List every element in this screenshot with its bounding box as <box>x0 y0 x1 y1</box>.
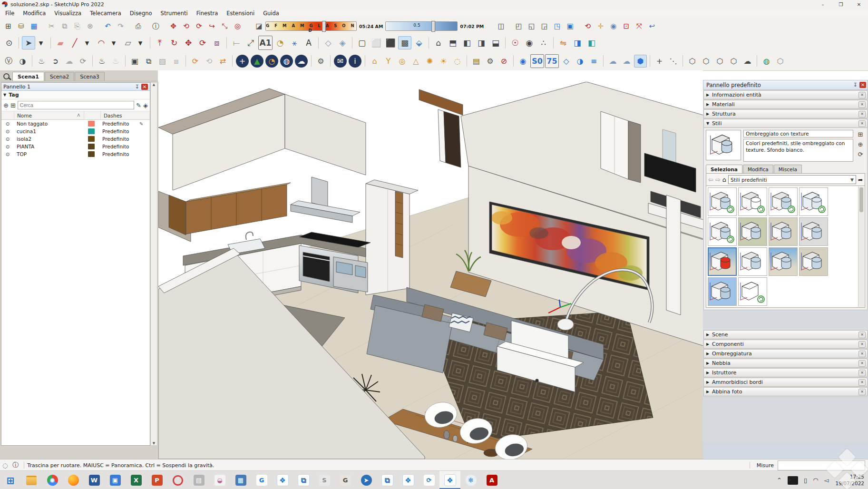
model-info-tool[interactable]: ⓘ <box>150 20 162 32</box>
add-tag-folder-icon[interactable]: ⊞ <box>10 102 16 109</box>
menu-file[interactable]: File <box>1 9 19 18</box>
panel-section-ombreggiatura[interactable]: ▶Ombreggiatura✕ <box>703 349 868 358</box>
section-plane-tool[interactable]: ◰ <box>513 20 525 32</box>
vray-teapot-tool[interactable]: ♨ <box>96 55 108 68</box>
minimize-button[interactable]: – <box>814 0 832 9</box>
plus-small-tool[interactable]: + <box>653 55 666 68</box>
paste-tool[interactable]: ⎘ <box>71 20 83 32</box>
vray-render-cloud-tool[interactable]: ☁ <box>63 55 76 68</box>
visibility-eye-icon[interactable]: ⊙ <box>1 152 14 157</box>
panel-section-stili[interactable]: ▼ Stili ✕ <box>703 119 868 128</box>
taskbar-calculator[interactable]: ▦ <box>230 471 251 489</box>
flip-blue-tool[interactable]: ◨ <box>571 36 584 49</box>
menu-finestra[interactable]: Finestra <box>192 9 223 18</box>
style-thumbnail-14[interactable] <box>738 277 767 306</box>
details-button[interactable]: ➦ <box>858 176 863 183</box>
section-close-icon[interactable]: ✕ <box>858 351 866 357</box>
taskbar-paint[interactable]: ◒ <box>209 471 230 489</box>
back-edges-style-tool[interactable]: ◈ <box>336 36 349 49</box>
menu-disegno[interactable]: Disegno <box>126 9 156 18</box>
tray-console-icon[interactable]: >_ <box>788 476 798 485</box>
menu-telecamera[interactable]: Telecamera <box>86 9 126 18</box>
visibility-eye-icon[interactable]: ⊙ <box>1 129 14 134</box>
vray-lock-tool[interactable]: ⧈ <box>170 55 183 68</box>
tag-dashes-value[interactable]: Predefinito <box>99 121 139 127</box>
taskbar-sketchup-active[interactable]: ❖ <box>439 471 460 489</box>
zoom-select-tool[interactable]: ⊙ <box>2 36 16 49</box>
taskbar-style-builder[interactable]: S <box>314 471 335 489</box>
section-display-tool[interactable]: ◫ <box>495 20 507 32</box>
donut-tool[interactable]: ◌ <box>451 55 464 68</box>
visibility-eye-icon[interactable]: ⊙ <box>1 121 14 127</box>
style-thumbnail-6[interactable] <box>738 217 767 246</box>
flip-teal-tool[interactable]: ◧ <box>585 36 598 49</box>
select-tool[interactable]: ➤ <box>22 36 35 49</box>
offset-red-tool[interactable]: ◎ <box>232 20 244 32</box>
dashes-column-header[interactable]: Dashes <box>101 113 150 118</box>
line-dropdown-tool[interactable]: ▾ <box>80 36 94 49</box>
vray-teapot-dim-tool[interactable]: ♨ <box>109 55 122 68</box>
hidden-line-style-tool[interactable]: ⬜ <box>370 36 383 49</box>
panel-section-struttura[interactable]: ▶Struttura✕ <box>703 109 868 118</box>
taskbar-vray-tray[interactable]: ✻ <box>460 471 481 489</box>
zoom-window-tool[interactable]: ⊡ <box>620 20 632 32</box>
search-model-icon[interactable] <box>0 71 12 81</box>
arc-tool[interactable]: ◠ <box>95 36 108 49</box>
close-red-tool[interactable]: ⊘ <box>497 55 510 68</box>
save-tool[interactable]: ▦ <box>28 20 40 32</box>
render-house-tool[interactable]: ⌂ <box>368 55 381 68</box>
tape-measure-tool[interactable]: ⟝ <box>230 36 243 49</box>
thumbnail-scrollbar[interactable] <box>858 186 864 307</box>
dots-tool[interactable]: ⋱ <box>667 55 680 68</box>
right-tray-close-button[interactable]: ✕ <box>859 82 866 88</box>
taskbar-photos[interactable]: ▣ <box>105 471 126 489</box>
section-close-icon[interactable]: ✕ <box>858 379 866 386</box>
section-close-icon[interactable]: ✕ <box>858 341 866 348</box>
shaded-textures-style-tool[interactable]: ▩ <box>398 36 411 49</box>
measurements-input[interactable] <box>778 460 865 470</box>
glass-tool[interactable]: Y <box>382 55 395 68</box>
taskbar-app-g[interactable]: G <box>251 471 272 489</box>
style-thumbnail-2[interactable] <box>738 187 767 216</box>
look-around-tool[interactable]: ◉ <box>523 36 536 49</box>
menu-strumenti[interactable]: Strumenti <box>156 9 192 18</box>
tag-dashes-value[interactable]: Predefinito <box>99 136 139 142</box>
enscape-sync-tool[interactable]: ⟳ <box>189 55 202 68</box>
cloud-pair-tool[interactable]: ☁ <box>741 55 754 68</box>
rectangle-tool[interactable]: ▱ <box>121 36 135 49</box>
vray-image-tool[interactable]: ▨ <box>156 55 169 68</box>
camera-swap-tool[interactable]: ⇄ <box>216 55 229 68</box>
lamp-tool[interactable]: △ <box>410 55 422 68</box>
tray-battery-icon[interactable]: ▯ <box>804 477 807 484</box>
tree-tool[interactable]: ▲ <box>251 55 263 68</box>
taskbar-start[interactable]: ⊞ <box>0 471 21 489</box>
taskbar-gimp[interactable]: G <box>335 471 356 489</box>
taskbar-layout-2[interactable]: ⧉ <box>377 471 398 489</box>
vray-assets-tool[interactable]: ◑ <box>16 55 29 68</box>
shadow-time-slider[interactable]: 0.5 <box>385 21 458 31</box>
purge-tag-icon[interactable]: ◈ <box>143 102 148 109</box>
tag-row[interactable]: ⊙isola2Predefinito <box>1 135 150 143</box>
panel-section-materiali[interactable]: ▶Materiali✕ <box>703 100 868 109</box>
flake-tool[interactable]: ✺ <box>423 55 436 68</box>
zoom-tool[interactable]: ◉ <box>607 20 619 32</box>
protractor-tool[interactable]: ◔ <box>273 36 287 49</box>
zoom-extents-tool[interactable]: ⤧ <box>633 20 645 32</box>
tray-close-button[interactable]: ✕ <box>141 84 148 90</box>
panel-section-informazioni-entit-[interactable]: ▶Informazioni entità✕ <box>703 90 868 99</box>
hex-3-tool[interactable]: ⬡ <box>713 55 726 68</box>
scroll-up-icon[interactable]: ▲ <box>153 83 155 87</box>
section-close-icon[interactable]: ✕ <box>858 120 866 127</box>
vray-update-tool[interactable]: ⟳ <box>77 55 89 68</box>
tag-row[interactable]: ⊙cucina1Predefinito <box>1 127 150 135</box>
xray-style-tool[interactable]: ◇ <box>322 36 335 49</box>
highlight-blue-tool[interactable]: ⬢ <box>634 55 647 68</box>
style-thumbnail-3[interactable] <box>769 187 798 216</box>
cursor-hex-tool[interactable]: ⬡ <box>774 55 787 68</box>
rings-tool[interactable]: ◎ <box>396 55 409 68</box>
dimensions-tool[interactable]: ⤢ <box>244 36 257 49</box>
taskbar-onedrive-sync[interactable]: ⟳ <box>419 471 439 489</box>
tray-scrollbar[interactable]: ▲ ▼ <box>150 82 157 446</box>
close-button[interactable]: ✕ <box>850 0 868 9</box>
sphere-check-tool[interactable]: ◍ <box>280 55 293 68</box>
